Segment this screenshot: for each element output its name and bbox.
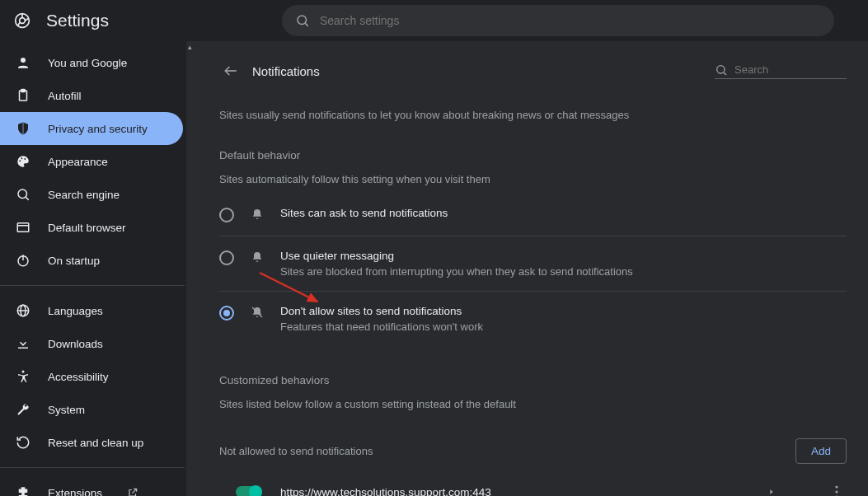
sidebar-item-system[interactable]: System bbox=[0, 393, 183, 426]
main-panel: Notifications Sites usually send notific… bbox=[198, 41, 868, 496]
sidebar-divider bbox=[0, 285, 185, 286]
globe-icon bbox=[15, 302, 31, 319]
app-title: Settings bbox=[46, 11, 109, 30]
bell-icon bbox=[249, 250, 265, 264]
back-button[interactable] bbox=[219, 59, 242, 82]
person-icon bbox=[15, 54, 31, 71]
sidebar-item-appearance[interactable]: Appearance bbox=[0, 145, 183, 178]
sidebar-item-label: Search engine bbox=[48, 189, 120, 201]
svg-point-20 bbox=[22, 371, 25, 373]
sidebar-item-label: Languages bbox=[48, 305, 103, 317]
chrome-logo-icon bbox=[13, 12, 31, 30]
bell-icon bbox=[249, 208, 265, 221]
not-allowed-label: Not allowed to send notifications bbox=[219, 445, 373, 457]
browser-icon bbox=[15, 219, 31, 236]
svg-point-8 bbox=[21, 157, 23, 159]
sidebar-divider bbox=[0, 467, 185, 468]
add-button[interactable]: Add bbox=[795, 438, 847, 464]
sidebar-item-label: Default browser bbox=[48, 222, 126, 234]
sidebar-item-downloads[interactable]: Downloads bbox=[0, 327, 183, 360]
sidebar-item-label: You and Google bbox=[48, 57, 127, 69]
sidebar-item-label: Reset and clean up bbox=[48, 437, 143, 449]
svg-line-23 bbox=[724, 73, 726, 75]
svg-point-4 bbox=[21, 58, 26, 63]
custom-behaviors-sub: Sites listed below follow a custom setti… bbox=[219, 398, 847, 410]
sidebar-item-label: Extensions bbox=[48, 487, 102, 497]
sidebar-item-label: Privacy and security bbox=[48, 123, 148, 135]
svg-rect-6 bbox=[21, 90, 26, 92]
extension-icon bbox=[15, 484, 31, 496]
sidebar-item-label: Accessibility bbox=[48, 371, 109, 383]
sidebar-scrollbar[interactable] bbox=[186, 41, 198, 496]
wrench-icon bbox=[15, 401, 31, 418]
svg-point-9 bbox=[24, 158, 26, 160]
sidebar-item-autofill[interactable]: Autofill bbox=[0, 79, 183, 112]
open-in-new-icon bbox=[127, 487, 138, 496]
sidebar-item-search-engine[interactable]: Search engine bbox=[0, 178, 183, 211]
sidebar-item-extensions[interactable]: Extensions bbox=[0, 476, 183, 496]
page-search-input[interactable] bbox=[734, 63, 868, 76]
option-title: Use quieter messaging bbox=[280, 250, 633, 262]
svg-point-25 bbox=[835, 485, 838, 488]
svg-rect-19 bbox=[18, 348, 28, 349]
site-url: https://www.techsolutions.support.com:44… bbox=[280, 486, 491, 497]
sidebar-item-you-and-google[interactable]: You and Google bbox=[0, 46, 183, 79]
sidebar-item-label: Downloads bbox=[48, 338, 103, 350]
intro-text: Sites usually send notifications to let … bbox=[219, 109, 847, 121]
radio-button-selected[interactable] bbox=[219, 306, 234, 321]
search-icon bbox=[295, 13, 310, 28]
radio-button[interactable] bbox=[219, 250, 234, 265]
power-icon bbox=[15, 252, 31, 269]
svg-line-3 bbox=[305, 23, 307, 26]
sidebar-item-privacy-security[interactable]: Privacy and security bbox=[0, 112, 183, 145]
accessibility-icon bbox=[15, 368, 31, 385]
download-icon bbox=[15, 335, 31, 352]
chevron-right-icon[interactable] bbox=[762, 483, 781, 496]
option-sub: Sites are blocked from interrupting you … bbox=[280, 265, 633, 278]
sidebar-item-label: On startup bbox=[48, 255, 100, 267]
option-block[interactable]: Don't allow sites to send notifications … bbox=[219, 292, 847, 346]
page-search[interactable] bbox=[715, 63, 847, 79]
svg-point-7 bbox=[19, 160, 21, 161]
sidebar-item-default-browser[interactable]: Default browser bbox=[0, 211, 183, 244]
sidebar-item-label: Autofill bbox=[48, 90, 82, 102]
sidebar-item-on-startup[interactable]: On startup bbox=[0, 244, 183, 277]
sidebar-item-languages[interactable]: Languages bbox=[0, 294, 183, 327]
more-actions-button[interactable] bbox=[827, 480, 847, 496]
sidebar-item-accessibility[interactable]: Accessibility bbox=[0, 360, 183, 393]
sidebar-item-label: Appearance bbox=[48, 156, 108, 168]
radio-button[interactable] bbox=[219, 208, 234, 222]
option-ask[interactable]: Sites can ask to send notifications bbox=[219, 194, 847, 236]
sidebar-item-label: System bbox=[48, 404, 85, 416]
sidebar-item-reset[interactable]: Reset and clean up bbox=[0, 426, 183, 459]
svg-point-2 bbox=[298, 16, 307, 25]
search-icon bbox=[15, 186, 31, 203]
option-sub: Features that need notifications won't w… bbox=[280, 321, 483, 333]
option-title: Don't allow sites to send notifications bbox=[280, 305, 483, 317]
default-behavior-sub: Sites automatically follow this setting … bbox=[219, 173, 847, 185]
site-favicon-icon bbox=[236, 486, 262, 496]
restore-icon bbox=[15, 434, 31, 451]
svg-point-26 bbox=[835, 490, 838, 493]
global-search-input[interactable] bbox=[320, 14, 821, 27]
option-title: Sites can ask to send notifications bbox=[280, 207, 448, 219]
page-title: Notifications bbox=[252, 64, 320, 78]
default-behavior-title: Default behavior bbox=[219, 149, 847, 161]
clipboard-icon bbox=[15, 87, 31, 104]
global-search[interactable] bbox=[282, 5, 834, 36]
svg-rect-12 bbox=[17, 223, 29, 232]
palette-icon bbox=[15, 153, 31, 170]
custom-behaviors-title: Customized behaviors bbox=[219, 374, 847, 386]
svg-point-10 bbox=[18, 190, 27, 199]
svg-line-11 bbox=[26, 197, 28, 199]
bell-off-icon bbox=[249, 306, 265, 319]
search-icon bbox=[715, 63, 728, 77]
svg-point-22 bbox=[717, 65, 725, 73]
shield-icon bbox=[15, 120, 31, 137]
sidebar: You and Google Autofill Privacy and secu… bbox=[0, 41, 198, 496]
blocked-site-row[interactable]: https://www.techsolutions.support.com:44… bbox=[219, 469, 847, 496]
option-quieter[interactable]: Use quieter messaging Sites are blocked … bbox=[219, 236, 847, 292]
